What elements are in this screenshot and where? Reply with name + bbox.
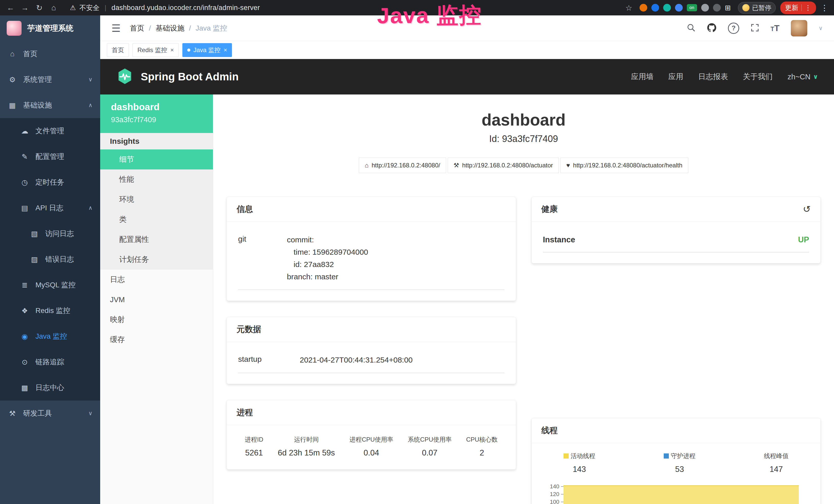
search-icon[interactable] — [687, 23, 696, 33]
fullscreen-icon[interactable] — [750, 23, 759, 33]
reload-icon[interactable]: ↻ — [35, 3, 44, 12]
user-avatar[interactable] — [791, 20, 807, 37]
sidebar-item-trace[interactable]: ⊙ 链路追踪 — [0, 349, 100, 375]
process-stat: 进程ID 5261 — [245, 435, 263, 458]
sidebar-item-home[interactable]: ⌂ 首页 — [0, 41, 100, 67]
avatar-caret-icon[interactable]: ∨ — [818, 25, 823, 31]
link-text: http://192.168.0.2:48080/actuator/health — [573, 162, 682, 169]
tab-label: Redis 监控 — [137, 46, 167, 54]
stat-label: 进程CPU使用率 — [349, 435, 393, 444]
process-stat: 系统CPU使用率 0.07 — [408, 435, 452, 458]
extension-icon[interactable] — [701, 4, 709, 12]
sba-sidebar-item-environment[interactable]: 环境 — [100, 189, 213, 209]
sba-brand-title[interactable]: Spring Boot Admin — [141, 71, 239, 83]
history-icon[interactable]: ↺ — [803, 204, 811, 215]
process-stats: 进程ID 5261 运行时间 6d 23h 15m 59s 进程CPU使用率 0… — [238, 434, 504, 459]
sidebar-item-label: 日志中心 — [36, 383, 64, 393]
tab-home[interactable]: 首页 — [107, 43, 129, 57]
sidebar-item-file-management[interactable]: ☁ 文件管理 — [0, 118, 100, 144]
sidebar-item-redis-monitor[interactable]: ❖ Redis 监控 — [0, 298, 100, 323]
metadata-value: 2021-04-27T00:44:31.254+08:00 — [300, 354, 504, 366]
sba-sidebar-item-classes[interactable]: 类 — [100, 209, 213, 230]
extension-icon[interactable] — [675, 4, 683, 12]
sba-sidebar-item-logs[interactable]: 日志 — [100, 270, 213, 290]
sba-nav-wallboard[interactable]: 应用墙 — [631, 72, 654, 82]
sba-nav-applications[interactable]: 应用 — [668, 72, 683, 82]
sba-nav-journal[interactable]: 日志报表 — [698, 72, 728, 82]
breadcrumb: 首页 / 基础设施 / Java 监控 — [130, 23, 227, 33]
sba-nav-about[interactable]: 关于我们 — [743, 72, 773, 82]
sidebar-item-dev-tools[interactable]: ⚒ 研发工具 ∨ — [0, 400, 100, 426]
sba-sidebar-item-scheduled[interactable]: 计划任务 — [100, 250, 213, 270]
extensions-puzzle-icon[interactable]: ⊞ — [725, 4, 731, 12]
sidebar-item-java-monitor[interactable]: ◉ Java 监控 — [0, 323, 100, 349]
chart-y-axis: 140 120 100 — [546, 483, 564, 504]
sba-sidebar-item-caches[interactable]: 缓存 — [100, 330, 213, 350]
sba-sidebar-item-mappings[interactable]: 映射 — [100, 310, 213, 330]
sidebar-item-log-center[interactable]: ▩ 日志中心 — [0, 375, 100, 400]
breadcrumb-home[interactable]: 首页 — [130, 23, 144, 33]
close-icon[interactable]: × — [223, 46, 227, 54]
home-icon: ⌂ — [365, 162, 369, 169]
help-icon[interactable]: ? — [728, 23, 739, 34]
instance-header[interactable]: dashboard 93a3fc7f7409 — [100, 94, 213, 133]
sidebar-item-label: 访问日志 — [45, 229, 74, 238]
tab-redis-monitor[interactable]: Redis 监控 × — [133, 43, 179, 57]
info-line: branch: master — [287, 271, 504, 283]
tab-java-monitor[interactable]: Java 监控 × — [182, 43, 232, 57]
sba-sidebar-item-details[interactable]: 细节 — [100, 150, 213, 169]
browser-home-icon[interactable]: ⌂ — [49, 3, 59, 12]
github-icon[interactable] — [707, 23, 717, 33]
chart-plot-area — [564, 483, 799, 504]
threads-chart: 140 120 100 — [543, 483, 809, 504]
process-card-title: 进程 — [227, 400, 516, 425]
bookmark-star-icon[interactable]: ☆ — [626, 3, 632, 12]
update-button[interactable]: 更新 ⋮ — [780, 2, 816, 14]
header-actions: ? TT ∨ — [687, 20, 823, 37]
redis-icon: ❖ — [20, 306, 29, 315]
legend-label: 守护进程 — [671, 452, 696, 460]
paused-badge[interactable]: 已暂停 — [738, 2, 776, 14]
font-size-icon[interactable]: TT — [771, 23, 780, 33]
close-icon[interactable]: × — [170, 46, 174, 54]
forward-icon[interactable]: → — [20, 3, 30, 12]
sidebar-item-mysql-monitor[interactable]: ≣ MySQL 监控 — [0, 272, 100, 298]
process-card: 进程 进程ID 5261 运行时间 6d 23h 15m 59s — [226, 400, 516, 469]
sidebar-item-system-management[interactable]: ⚙ 系统管理 ∨ — [0, 67, 100, 92]
sba-sidebar-item-jvm[interactable]: JVM — [100, 290, 213, 310]
tab-label: 首页 — [112, 46, 124, 54]
extension-icon[interactable] — [713, 4, 721, 12]
instance-url-link[interactable]: ⌂ http://192.168.0.2:48080/ — [359, 158, 446, 173]
link-text: http://192.168.0.2:48080/ — [372, 162, 440, 169]
actuator-url-link[interactable]: ⚒ http://192.168.0.2:48080/actuator — [448, 158, 559, 173]
sba-sidebar-item-config-props[interactable]: 配置属性 — [100, 230, 213, 250]
address-bar[interactable]: ⚠ 不安全 | dashboard.yudao.iocoder.cn/infra… — [70, 3, 260, 12]
extension-icon[interactable] — [640, 4, 647, 12]
sidebar-item-error-logs[interactable]: ▨ 错误日志 — [0, 247, 100, 272]
update-kebab-icon[interactable]: ⋮ — [805, 4, 811, 12]
sidebar-item-infrastructure[interactable]: ▦ 基础设施 ∧ — [0, 92, 100, 118]
sba-sidebar-item-metrics[interactable]: 性能 — [100, 169, 213, 189]
extension-icon[interactable] — [663, 4, 671, 12]
clock-icon: ◷ — [20, 178, 29, 187]
health-url-link[interactable]: ♥ http://192.168.0.2:48080/actuator/heal… — [561, 158, 688, 173]
process-stat: 进程CPU使用率 0.04 — [349, 435, 393, 458]
sba-language-select[interactable]: zh~CN ∨ — [788, 73, 818, 81]
sba-language-label: zh~CN — [788, 73, 810, 81]
cards-column-right: 健康 ↺ Instance UP 线程 — [531, 197, 821, 504]
sidebar-item-access-logs[interactable]: ▧ 访问日志 — [0, 221, 100, 247]
address-divider: | — [105, 4, 106, 12]
browser-menu-kebab-icon[interactable]: ⋮ — [821, 3, 828, 12]
legend-swatch-yellow — [564, 453, 569, 459]
back-icon[interactable]: ← — [6, 3, 16, 12]
sidebar-item-api-logs[interactable]: ▤ API 日志 ∧ — [0, 195, 100, 221]
sidebar-item-scheduled-tasks[interactable]: ◷ 定时任务 — [0, 169, 100, 195]
url-text[interactable]: dashboard.yudao.iocoder.cn/infra/admin-s… — [111, 4, 260, 12]
extension-icon[interactable] — [651, 4, 659, 12]
hamburger-icon[interactable]: ☰ — [111, 22, 121, 34]
health-instance-row[interactable]: Instance UP — [543, 231, 809, 252]
sidebar-item-config-management[interactable]: ✎ 配置管理 — [0, 144, 100, 169]
breadcrumb-infrastructure[interactable]: 基础设施 — [156, 23, 184, 33]
extension-on-badge[interactable]: on — [687, 4, 697, 11]
legend-swatch-blue — [664, 453, 669, 459]
